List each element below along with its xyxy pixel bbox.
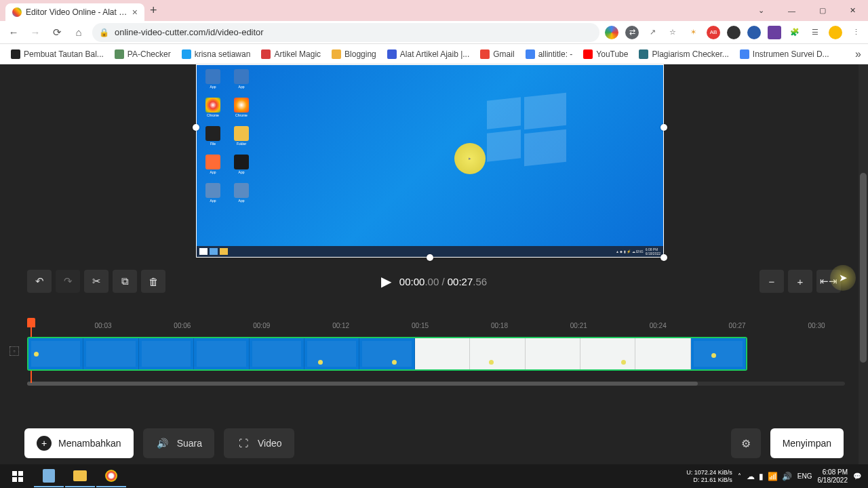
taskbar-chrome[interactable]	[96, 466, 126, 487]
tab-close-icon[interactable]: ×	[132, 7, 138, 18]
clip-thumbnail[interactable]	[691, 338, 746, 369]
settings-button[interactable]: ⚙	[731, 428, 761, 458]
ext-circle-icon[interactable]	[747, 26, 761, 39]
mouse-cursor-highlight: ➤	[830, 265, 856, 291]
bookmark-item[interactable]: Plagiarism Checker...	[635, 47, 732, 61]
bookmarks-bar: Pembuat Tautan Bal...PA-Checkerkrisna se…	[0, 44, 868, 64]
clip-thumbnail[interactable]	[28, 338, 83, 369]
play-button[interactable]: ▶	[381, 273, 391, 289]
ext-square-icon[interactable]	[768, 26, 781, 39]
home-button[interactable]: ⌂	[71, 24, 87, 41]
crop-handle-corner[interactable]	[660, 254, 667, 261]
clip-thumbnail[interactable]	[304, 338, 359, 369]
forward-button[interactable]: →	[27, 24, 43, 41]
tray-battery-icon[interactable]: ▮	[759, 472, 764, 481]
clip-thumbnail[interactable]	[470, 338, 525, 369]
bookmark-item[interactable]: Blogging	[328, 47, 380, 61]
video-clip[interactable]	[27, 337, 747, 371]
video-label: Video	[258, 438, 282, 449]
copy-button[interactable]: ⧉	[113, 270, 137, 293]
reload-button[interactable]: ⟳	[49, 24, 65, 41]
bookmark-star-icon[interactable]: ☆	[666, 26, 679, 39]
bookmark-item[interactable]: krisna setiawan	[178, 47, 255, 61]
ext-google-icon[interactable]	[605, 26, 618, 39]
ruler-tick: 00:27	[729, 322, 746, 329]
windows-taskbar: U: 1072.24 KiB/s D: 21.61 KiB/s ˄ ☁ ▮ 📶 …	[0, 464, 868, 488]
back-button[interactable]: ←	[5, 24, 22, 41]
add-media-button[interactable]: + Menambahkan	[24, 428, 134, 458]
notifications-icon[interactable]: 💬	[853, 472, 861, 480]
tray-onedrive-icon[interactable]: ☁	[747, 472, 755, 481]
undo-button[interactable]: ↶	[27, 270, 52, 293]
bookmarks-overflow[interactable]: »	[855, 48, 861, 60]
svg-rect-1	[18, 471, 23, 476]
address-bar[interactable]: 🔒 online-video-cutter.com/id/video-edito…	[92, 23, 599, 42]
extensions-icon[interactable]: 🧩	[788, 26, 802, 39]
bookmark-item[interactable]: Pembuat Tautan Bal...	[7, 47, 108, 61]
svg-rect-3	[18, 477, 23, 482]
browser-tab[interactable]: Editor Video Online - Alat Penge ×	[5, 3, 144, 21]
timeline-scrollbar[interactable]	[27, 382, 845, 386]
delete-button[interactable]: 🗑	[141, 270, 165, 293]
tray-wifi-icon[interactable]: 📶	[768, 472, 778, 481]
bookmark-item[interactable]: YouTube	[579, 47, 632, 61]
cut-button[interactable]: ✂	[84, 270, 108, 293]
tray-chevron-icon[interactable]: ˄	[738, 472, 741, 480]
timeline[interactable]: 00:0300:0600:0900:1200:1500:1800:2100:24…	[23, 322, 845, 386]
bookmark-item[interactable]: PA-Checker	[111, 47, 175, 61]
timeline-scrollbar-thumb[interactable]	[27, 382, 698, 386]
tray-volume-icon[interactable]: 🔊	[782, 472, 792, 481]
gear-icon: ⚙	[741, 437, 751, 450]
add-track-button[interactable]: ▫	[9, 346, 19, 356]
window-minimize-button[interactable]: ―	[776, 0, 807, 21]
clip-thumbnail[interactable]	[250, 338, 304, 369]
sound-button[interactable]: 🔊 Suara	[143, 428, 214, 458]
taskbar-notepad[interactable]	[34, 466, 64, 487]
timeline-ruler[interactable]: 00:0300:0600:0900:1200:1500:1800:2100:24…	[23, 322, 845, 337]
page-scrollbar[interactable]	[859, 64, 868, 464]
ext-adblock-icon[interactable]: AB	[707, 26, 720, 39]
taskbar-explorer[interactable]	[65, 466, 95, 487]
profile-avatar[interactable]	[829, 26, 842, 39]
crop-handle-left[interactable]	[193, 124, 199, 131]
system-tray[interactable]: ☁ ▮ 📶 🔊	[747, 472, 792, 481]
video-preview[interactable]: App App Chrome Chrome File Folder App Ap…	[196, 64, 664, 258]
clip-thumbnail[interactable]	[139, 338, 194, 369]
reading-list-icon[interactable]: ☰	[808, 26, 822, 39]
taskbar-clock[interactable]: 6:08 PM 6/18/2022	[818, 468, 848, 485]
share-icon[interactable]: ↗	[646, 26, 659, 39]
ext-translate-icon[interactable]: ⇄	[625, 26, 639, 39]
bookmark-item[interactable]: Artikel Magic	[257, 47, 325, 61]
clip-thumbnail[interactable]	[526, 338, 580, 369]
crop-handle-right[interactable]	[660, 124, 667, 131]
clip-thumbnail[interactable]	[83, 338, 138, 369]
zoom-in-button[interactable]: +	[788, 270, 812, 293]
clip-thumbnail[interactable]	[635, 338, 690, 369]
language-indicator[interactable]: ENG	[797, 472, 812, 480]
ext-puzzle-icon[interactable]: ✶	[686, 26, 700, 39]
video-settings-button[interactable]: ⛶ Video	[224, 428, 294, 458]
window-close-button[interactable]: ✕	[837, 0, 868, 21]
bookmark-item[interactable]: Gmail	[476, 47, 518, 61]
svg-rect-2	[12, 477, 17, 482]
chrome-account-chevron[interactable]: ⌄	[746, 0, 776, 21]
start-button[interactable]	[3, 466, 33, 487]
bookmark-item[interactable]: Instrumen Survei D...	[736, 47, 833, 61]
clip-thumbnail[interactable]	[580, 338, 635, 369]
chrome-menu-icon[interactable]: ⋮	[849, 26, 863, 39]
clip-thumbnail[interactable]	[194, 338, 249, 369]
bookmark-item[interactable]: allintitle: -	[521, 47, 577, 61]
new-tab-button[interactable]: +	[150, 3, 157, 18]
zoom-out-button[interactable]: −	[760, 270, 784, 293]
crop-handle-bottom[interactable]	[427, 254, 433, 261]
redo-button[interactable]: ↷	[56, 270, 80, 293]
network-stats: U: 1072.24 KiB/s D: 21.61 KiB/s	[686, 469, 732, 484]
ext-dark-icon[interactable]	[727, 26, 741, 39]
window-maximize-button[interactable]: ▢	[807, 0, 837, 21]
ruler-tick: 00:18	[491, 322, 508, 329]
save-button[interactable]: Menyimpan	[770, 428, 844, 458]
bookmark-item[interactable]: Alat Artikel Ajaib |...	[383, 47, 474, 61]
ruler-tick: 00:12	[332, 322, 349, 329]
clip-thumbnail[interactable]	[359, 338, 414, 369]
clip-thumbnail[interactable]	[415, 338, 470, 369]
